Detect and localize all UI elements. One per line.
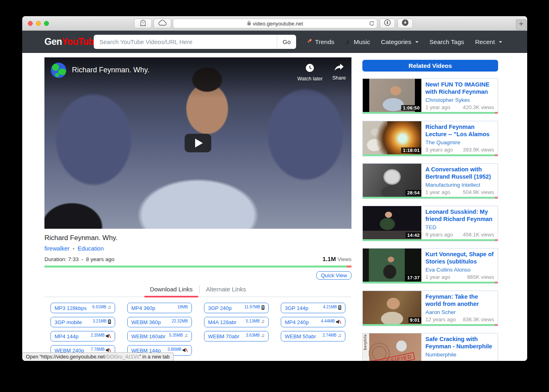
related-video-card[interactable]: 1:06:50 New! FUN TO IMAGINE with Richard… (362, 78, 498, 114)
onepassword-extension-button[interactable] (380, 19, 395, 28)
related-title[interactable]: Feynman: Take the world from another poi… (425, 293, 494, 308)
download-button[interactable]: WEBM 160abr5.35MB♫ (127, 331, 192, 341)
related-channel[interactable]: Numberphile (425, 352, 494, 358)
rating-bar (363, 282, 498, 283)
links-tabs: Download Links Alternate Links (44, 282, 351, 297)
related-title[interactable]: Leonard Susskind: My friend Richard Feyn… (425, 208, 494, 223)
related-video-card[interactable]: 28:54 A Conversation with Bertrand Russe… (362, 163, 498, 199)
related-channel[interactable]: Aaron Scher (425, 309, 494, 315)
related-video-card[interactable]: 1:18:01 Richard Feynman Lecture -- "Los … (362, 121, 498, 156)
go-button[interactable]: Go (277, 35, 296, 49)
related-video-card[interactable]: 14:42 Leonard Susskind: My friend Richar… (362, 206, 498, 241)
new-tab-button[interactable] (516, 19, 526, 30)
download-button[interactable]: MP4 240p4.44MB (281, 317, 345, 327)
zoom-button[interactable] (44, 21, 49, 26)
channel-avatar-globe-icon[interactable] (51, 63, 66, 78)
related-channel[interactable]: Christopher Sykes (425, 97, 494, 103)
video-thumbnail: 28:54 (363, 164, 421, 197)
rating-bar-dislike (495, 324, 498, 326)
page-content: Richard Feynman. Why. Watch later Share (22, 53, 527, 361)
nav-item-music[interactable]: ♬ Music (345, 38, 370, 46)
rating-bar (363, 154, 498, 156)
rating-bar-dislike (495, 112, 498, 114)
download-button[interactable]: 3GP mobile3.21MB (50, 317, 115, 327)
nav-item-search-tags[interactable]: Search Tags (429, 38, 464, 46)
related-views: 393.9K views (463, 147, 494, 153)
music-note-icon: ♬ (345, 38, 351, 45)
related-title[interactable]: New! FUN TO IMAGINE with Richard Feynman (425, 81, 494, 96)
rating-bar (363, 197, 498, 198)
download-button[interactable]: MP4 360p18MB (127, 303, 192, 313)
channel-link[interactable]: firewalker (44, 245, 69, 252)
nav-item-recent[interactable]: Recent (475, 38, 502, 46)
clock-icon (305, 63, 315, 74)
keyhole-icon (384, 19, 391, 28)
tab-download-links[interactable]: Download Links (144, 282, 198, 297)
download-button[interactable]: MP4 144p2.35MB (50, 331, 115, 341)
minimize-button[interactable] (36, 21, 41, 26)
rating-bar (44, 266, 351, 268)
play-button[interactable] (185, 134, 211, 152)
download-button[interactable]: 3GP 144p4.21MB (281, 303, 345, 313)
search-input[interactable] (94, 35, 277, 49)
related-videos-header-button[interactable]: Related Videos (362, 60, 498, 72)
tab-alternate-links[interactable]: Alternate Links (200, 282, 252, 297)
web-page: GenYouTube Go Trends ♬ Music Categories (22, 31, 527, 361)
download-button[interactable]: MP3 128kbps6.91MB♫ (50, 303, 115, 313)
related-channel[interactable]: Manufacturing Intellect (425, 182, 494, 188)
related-video-card[interactable]: 9:01 Feynman: Take the world from anothe… (362, 291, 498, 326)
logo-gen: Gen (44, 36, 62, 47)
music-note-icon: ♫ (107, 304, 111, 310)
related-title[interactable]: A Conversation with Bertrand Russell (19… (425, 166, 494, 181)
related-title[interactable]: Safe Cracking with Feynman - Numberphile (425, 335, 494, 350)
related-title[interactable]: Richard Feynman Lecture -- "Los Alamos F… (425, 123, 494, 138)
download-button[interactable]: WEBM 50abr2.74MB♫ (281, 331, 345, 341)
share-button[interactable]: Share (332, 63, 346, 82)
mobile-phone-icon (338, 304, 341, 312)
views-value: 1.1M (322, 255, 336, 262)
video-thumbnail: 1:06:50 (363, 79, 421, 112)
download-button[interactable]: WEBM 360p22.32MB (127, 317, 192, 327)
dot-separator (69, 245, 78, 252)
ghostery-extension-button[interactable] (134, 19, 152, 28)
video-player[interactable]: Richard Feynman. Why. Watch later Share (44, 57, 351, 229)
duration-badge: 14:42 (406, 232, 421, 238)
downloads-button[interactable] (398, 19, 413, 28)
nav-item-categories[interactable]: Categories (381, 38, 419, 46)
chevron-down-icon (415, 41, 419, 43)
related-views: 456.1K views (463, 232, 494, 238)
download-button[interactable]: WEBM 70abr3.63MB♫ (204, 331, 269, 341)
download-button[interactable]: M4A 128abr5.13MB♫ (204, 317, 269, 327)
url-text: video.genyoutube.net (253, 21, 303, 27)
rating-bar-dislike (495, 197, 498, 198)
duration-badge: 1:06:50 (401, 105, 421, 111)
watch-later-button[interactable]: Watch later (297, 63, 323, 82)
related-channel[interactable]: TED (425, 224, 494, 230)
quick-view-button[interactable]: Quick View (316, 271, 351, 280)
related-channel[interactable]: The Quagmire (425, 139, 494, 145)
category-link[interactable]: Education (78, 245, 104, 252)
address-bar[interactable]: video.genyoutube.net (173, 19, 377, 28)
close-button[interactable] (28, 21, 33, 26)
related-video-card[interactable]: berphile CLASSIFIED Safe Cracking with F… (362, 333, 498, 361)
nav-item-trends[interactable]: Trends (307, 38, 334, 46)
reload-icon[interactable] (369, 21, 374, 27)
genyoutube-logo[interactable]: GenYouTube (44, 36, 99, 47)
related-title[interactable]: Kurt Vonnegut, Shape of Stories (subtitu… (425, 251, 494, 266)
player-actions: Watch later Share (297, 63, 346, 82)
related-channel[interactable]: Eva Collins Alonso (425, 267, 494, 273)
related-age: 9 years ago (425, 232, 453, 238)
status-url-path: /GOGru_4z1Vc (105, 354, 139, 360)
duration-badge: 9:01 (408, 317, 421, 323)
related-views: 836.3K views (463, 316, 494, 322)
video-thumbnail: 17:37 (363, 249, 421, 282)
share-label: Share (332, 75, 346, 81)
rating-bar (363, 324, 498, 326)
rating-bar-dislike (495, 239, 498, 241)
search-form: Go (94, 35, 296, 49)
related-video-card[interactable]: 17:37 Kurt Vonnegut, Shape of Stories (s… (362, 248, 498, 284)
mobile-phone-icon (261, 304, 265, 312)
download-button[interactable]: 3GP 240p11.97MB (204, 303, 269, 313)
icloud-tabs-button[interactable] (154, 19, 171, 28)
music-note-icon: ♫ (338, 333, 341, 338)
